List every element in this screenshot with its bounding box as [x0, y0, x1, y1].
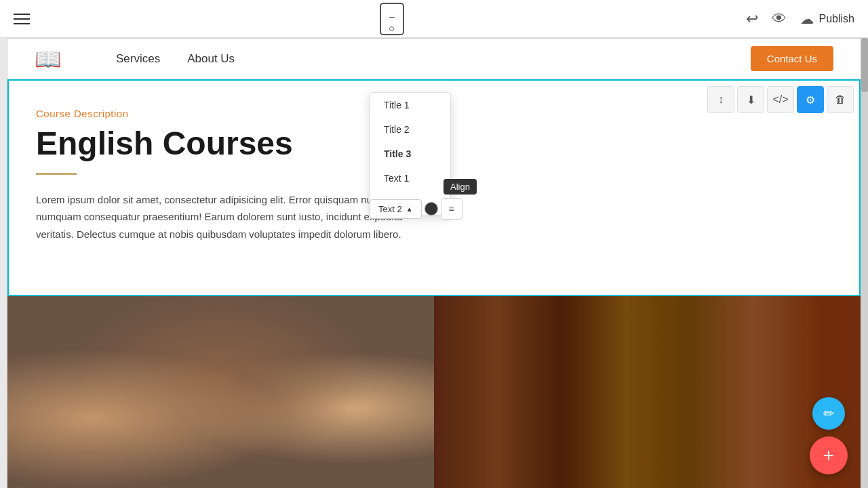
- toolbar-center: [380, 3, 404, 35]
- toolbar-left: [14, 7, 38, 31]
- nav-bar: 📖 Services About Us Contact Us: [7, 39, 861, 79]
- text-style-bar: Text 2 ▲ ≡: [370, 198, 462, 220]
- nav-services-link[interactable]: Services: [116, 52, 160, 66]
- scrollbar-thumb[interactable]: [861, 38, 868, 92]
- logo-book-icon: 📖: [35, 47, 62, 71]
- preview-eye-icon[interactable]: 👁: [772, 10, 787, 28]
- scrollbar[interactable]: [861, 38, 868, 488]
- books-image: [434, 296, 861, 488]
- dropdown-text1[interactable]: Text 1: [370, 166, 450, 190]
- dropdown-title1[interactable]: Title 1: [370, 93, 450, 117]
- delete-button[interactable]: 🗑: [827, 86, 854, 113]
- code-button[interactable]: </>: [767, 86, 794, 113]
- canvas-area: 📖 Services About Us Contact Us Course De…: [0, 38, 868, 488]
- top-toolbar: ↩ 👁 ☁ Publish: [0, 0, 868, 38]
- hero-divider: [36, 173, 77, 175]
- dropdown-title3[interactable]: Title 3: [370, 142, 450, 166]
- nav-cta-button[interactable]: Contact Us: [751, 46, 833, 71]
- left-image: [7, 296, 434, 488]
- people-image: [7, 296, 434, 488]
- nav-links: Services About Us: [116, 52, 235, 66]
- text-style-selector[interactable]: Text 2 ▲: [370, 199, 422, 219]
- nav-logo: 📖: [35, 46, 62, 72]
- fab-edit-button[interactable]: ✏: [812, 397, 845, 430]
- fab-container: ✏ +: [810, 397, 848, 474]
- undo-icon[interactable]: ↩: [746, 10, 758, 28]
- dropdown-arrow-icon: ▲: [406, 205, 413, 213]
- publish-label: Publish: [819, 13, 854, 25]
- cloud-upload-icon: ☁: [800, 11, 814, 27]
- add-plus-icon: +: [823, 445, 834, 466]
- publish-button[interactable]: ☁ Publish: [800, 11, 854, 27]
- selected-style-label: Text 2: [378, 204, 402, 214]
- fab-add-button[interactable]: +: [810, 436, 848, 474]
- toolbar-right: ↩ 👁 ☁ Publish: [746, 10, 854, 28]
- images-row: [7, 296, 861, 488]
- color-picker-dot[interactable]: [425, 202, 438, 216]
- text-align-button[interactable]: ≡: [441, 198, 462, 220]
- mobile-preview-icon[interactable]: [380, 3, 404, 35]
- move-up-button[interactable]: ↕: [707, 86, 734, 113]
- nav-about-link[interactable]: About Us: [187, 52, 235, 66]
- right-image: [434, 296, 861, 488]
- dropdown-title2[interactable]: Title 2: [370, 117, 450, 142]
- section-toolbar: ↕ ⬇ </> ⚙ 🗑: [707, 86, 854, 113]
- settings-button[interactable]: ⚙: [797, 86, 824, 113]
- hamburger-menu-icon[interactable]: [14, 7, 38, 31]
- text-style-dropdown: Title 1 Title 2 Title 3 Text 1 Text 2: [370, 92, 451, 216]
- download-button[interactable]: ⬇: [737, 86, 764, 113]
- edit-pencil-icon: ✏: [823, 405, 835, 422]
